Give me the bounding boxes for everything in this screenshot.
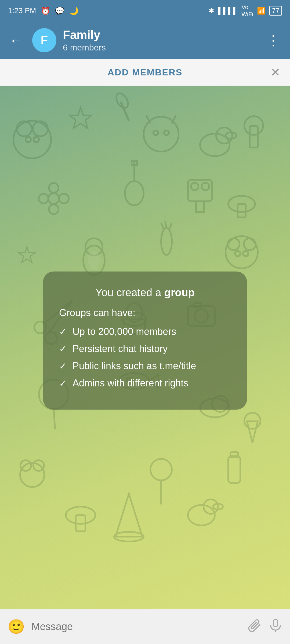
status-left: 1:23 PM ⏰ 💬 🌙 [8,6,79,15]
status-right: ✱ ▌▌▌▌ VoWiFi 📶 77 [208,4,282,18]
alarm-icon: ⏰ [41,6,50,15]
back-button[interactable]: ← [6,30,26,51]
svg-point-44 [243,251,248,256]
svg-point-2 [33,121,48,136]
member-count: 6 members [63,43,257,53]
svg-point-18 [48,193,59,204]
status-bar: 1:23 PM ⏰ 💬 🌙 ✱ ▌▌▌▌ VoWiFi 📶 77 [0,0,290,21]
info-item-3: ✓ Public links such as t.me/title [59,360,231,372]
check-icon-2: ✓ [59,343,67,354]
bluetooth-icon: ✱ [208,7,214,15]
svg-point-22 [59,194,69,203]
mic-button[interactable] [269,618,282,635]
attach-button[interactable] [248,618,262,635]
svg-point-7 [114,91,130,110]
svg-point-43 [235,251,240,256]
info-item-label-1: Up to 200,000 members [73,326,176,337]
close-button[interactable]: ✕ [270,65,280,79]
svg-marker-5 [70,107,91,128]
svg-point-0 [13,121,51,158]
info-item-label-3: Public links such as t.me/title [73,360,196,372]
vowifi-icon: VoWiFi [241,4,253,18]
svg-point-15 [226,132,236,139]
svg-point-13 [200,134,230,156]
svg-marker-73 [115,494,142,537]
group-avatar[interactable]: F [32,28,56,52]
svg-marker-32 [19,247,35,262]
group-info[interactable]: Family 6 members [63,28,257,53]
svg-line-56 [54,409,55,429]
svg-rect-23 [188,180,212,201]
check-icon-3: ✓ [59,361,67,371]
svg-point-20 [49,204,59,214]
info-item-1: ✓ Up to 200,000 members [59,326,231,337]
svg-marker-62 [247,421,258,443]
svg-point-36 [161,228,172,255]
svg-rect-26 [196,201,204,212]
svg-rect-78 [273,619,278,627]
svg-rect-31 [238,204,246,217]
svg-line-39 [169,223,172,229]
svg-line-38 [165,221,166,228]
svg-point-41 [228,238,240,250]
check-icon-1: ✓ [59,326,67,337]
app-bar: ← F Family 6 members ⋮ [0,21,290,59]
add-members-bar: ADD MEMBERS ✕ [0,59,290,86]
info-card-subtitle: Groups can have: [59,307,231,319]
info-item-4: ✓ Admins with different rights [59,378,231,389]
svg-point-4 [34,137,39,142]
svg-point-11 [153,130,158,135]
svg-point-19 [49,183,59,193]
whatsapp-icon: 💬 [55,6,64,15]
svg-point-67 [150,459,172,480]
info-item-label-4: Admins with different rights [73,378,189,389]
wifi-icon: 📶 [257,7,266,15]
svg-point-12 [164,130,169,135]
svg-point-42 [244,238,256,250]
svg-point-24 [191,183,198,190]
info-card-title: You created a group [59,287,231,299]
svg-point-3 [26,137,31,142]
svg-rect-70 [230,452,238,458]
signal-icon: ▌▌▌▌ [218,7,238,15]
info-item-2: ✓ Persistent chat history [59,343,231,354]
svg-rect-16 [250,126,258,148]
message-input[interactable] [31,616,242,638]
svg-point-76 [204,499,218,514]
svg-point-25 [202,183,209,190]
emoji-button[interactable]: 🙂 [8,619,25,635]
svg-point-75 [188,505,215,525]
svg-point-64 [20,463,44,487]
info-item-label-2: Persistent chat history [73,343,168,354]
info-title-bold: group [164,287,195,298]
group-name: Family [63,28,257,42]
check-icon-4: ✓ [59,378,67,389]
input-bar: 🙂 [0,609,290,644]
svg-point-40 [226,236,258,268]
chat-background: You created a group Groups can have: ✓ U… [0,86,290,609]
battery-display: 77 [269,6,282,16]
more-options-button[interactable]: ⋮ [264,30,284,51]
svg-line-37 [161,223,164,229]
svg-point-35 [88,251,100,270]
svg-rect-69 [228,456,240,483]
crescent-icon: 🌙 [69,6,79,15]
svg-point-1 [17,121,32,136]
add-members-label[interactable]: ADD MEMBERS [108,67,183,78]
svg-point-21 [39,194,48,203]
info-card: You created a group Groups can have: ✓ U… [43,272,247,410]
svg-point-27 [125,181,144,205]
time-display: 1:23 PM [8,6,36,15]
